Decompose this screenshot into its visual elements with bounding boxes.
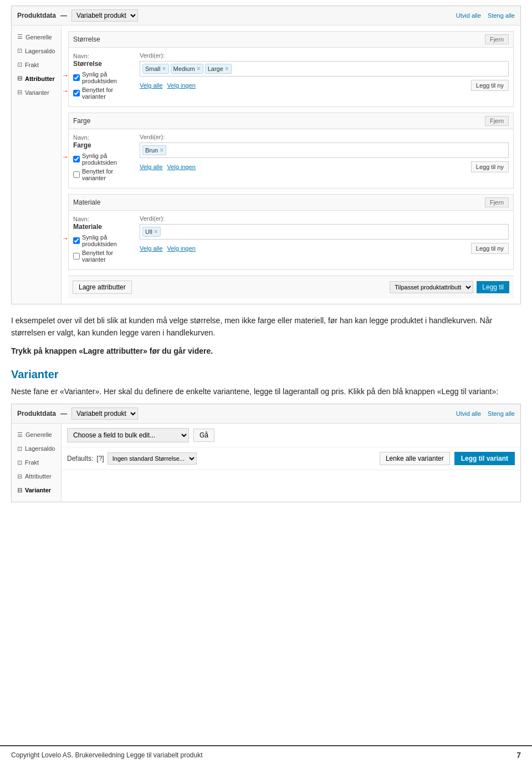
attr-section-materiale: Materiale Fjern Navn: Materiale → Synlig… — [68, 194, 514, 270]
remove-ull[interactable]: × — [154, 228, 158, 236]
bottom-frakt-icon: ⊡ — [17, 459, 22, 466]
attr-left-farge: Navn: Farge → Synlig på produktsiden — [73, 134, 134, 184]
tilpasset-select[interactable]: Tilpasset produktattributt — [390, 281, 473, 293]
attr-body-storrelse: Navn: Størrelse → Synlig på produktsiden… — [69, 48, 513, 106]
bottom-steng-alle-link[interactable]: Steng alle — [488, 410, 515, 417]
tag-area-farge[interactable]: Brun × — [140, 142, 509, 158]
benyttet-checkbox-materiale[interactable] — [73, 253, 80, 259]
arrow-benyttet-storrelse: → — [62, 87, 69, 95]
sidebar-item-lagersaldo[interactable]: ⊡ Lagersaldo — [12, 44, 61, 58]
top-panel-header: Produktdata — Variabelt produkt Utvid al… — [12, 6, 520, 26]
arrow-synlig-materiale: → — [62, 235, 69, 242]
legg-til-variant-btn[interactable]: Legg til variant — [454, 452, 515, 465]
bottom-lagersaldo-label: Lagersaldo — [25, 445, 55, 452]
attr-navn-storrelse: Størrelse — [73, 60, 134, 68]
top-sidebar: ☰ Generelle ⊡ Lagersaldo ⊡ Frakt ⊟ Attri… — [12, 26, 62, 304]
attr-header-materiale: Materiale Fjern — [69, 195, 513, 211]
attr-right-materiale: Verdi(er): Ull × Velg alle Velg ingen Le… — [140, 215, 509, 265]
bottom-lagersaldo-icon: ⊡ — [17, 445, 22, 452]
sidebar-item-frakt[interactable]: ⊡ Frakt — [12, 58, 61, 72]
synlig-row-farge: → Synlig på produktsiden — [73, 152, 134, 166]
benyttet-row-farge: Benyttet for varianter — [73, 168, 134, 181]
velg-ingen-btn-storrelse[interactable]: Velg ingen — [167, 82, 196, 89]
fjern-btn-storrelse[interactable]: Fjern — [485, 34, 509, 44]
velg-ingen-btn-farge[interactable]: Velg ingen — [167, 164, 196, 170]
remove-small[interactable]: × — [162, 65, 166, 73]
fjern-btn-farge[interactable]: Fjern — [485, 116, 509, 126]
ingen-standard-select[interactable]: Ingen standard Størrelse... — [108, 452, 197, 465]
bottom-utvid-alle-link[interactable]: Utvid alle — [456, 410, 481, 417]
frakt-icon: ⊡ — [17, 61, 22, 68]
bottom-sidebar-frakt[interactable]: ⊡ Frakt — [12, 456, 61, 470]
steng-alle-link[interactable]: Steng alle — [488, 12, 515, 19]
synlig-label-farge[interactable]: Synlig på produktsiden — [73, 152, 134, 166]
bottom-generelle-label: Generelle — [25, 431, 52, 438]
legg-til-ny-btn-storrelse[interactable]: Legg til ny — [471, 80, 509, 91]
synlig-label-materiale[interactable]: Synlig på produktsiden — [73, 234, 134, 247]
attr-actions-left-farge: Velg alle Velg ingen — [140, 164, 196, 170]
navn-label-materiale: Navn: — [73, 216, 89, 222]
attr-header-farge: Farge Fjern — [69, 113, 513, 129]
attributter-icon: ⊟ — [17, 75, 22, 82]
verdi-label-farge: Verdi(er): — [140, 134, 509, 140]
velg-alle-btn-farge[interactable]: Velg alle — [140, 164, 163, 170]
attr-bottom-bar: Lagre attributter Tilpasset produktattri… — [68, 276, 514, 298]
top-produktdata-panel: Produktdata — Variabelt produkt Utvid al… — [11, 6, 521, 304]
produktdata-label: Produktdata — [17, 12, 56, 19]
velg-ingen-btn-materiale[interactable]: Velg ingen — [167, 245, 196, 252]
lenke-alle-btn[interactable]: Lenke alle varianter — [380, 452, 450, 465]
benyttet-label-farge[interactable]: Benyttet for varianter — [73, 168, 134, 181]
legg-til-ny-btn-materiale[interactable]: Legg til ny — [471, 243, 509, 254]
synlig-checkbox-farge[interactable] — [73, 156, 80, 162]
benyttet-label-storrelse[interactable]: Benyttet for varianter — [73, 86, 134, 100]
remove-medium[interactable]: × — [197, 65, 201, 73]
bottom-panel-body: ☰ Generelle ⊡ Lagersaldo ⊡ Frakt ⊟ Attri… — [12, 424, 520, 502]
bottom-sidebar-lagersaldo[interactable]: ⊡ Lagersaldo — [12, 442, 61, 456]
benyttet-label-materiale[interactable]: Benyttet for varianter — [73, 249, 134, 263]
attr-navn-materiale: Materiale — [73, 223, 134, 231]
attr-navn-farge: Farge — [73, 141, 134, 149]
benyttet-checkbox-storrelse[interactable] — [73, 90, 80, 96]
bottom-sidebar-generelle[interactable]: ☰ Generelle — [12, 428, 61, 442]
fjern-btn-materiale[interactable]: Fjern — [485, 197, 509, 207]
remove-large[interactable]: × — [225, 65, 229, 73]
sidebar-item-varianter[interactable]: ⊟ Varianter — [12, 85, 61, 99]
attr-right-farge: Verdi(er): Brun × Velg alle Velg ingen L… — [140, 134, 509, 184]
sidebar-item-generelle[interactable]: ☰ Generelle — [12, 30, 61, 44]
benyttet-checkbox-farge[interactable] — [73, 171, 80, 178]
utvid-alle-link[interactable]: Utvid alle — [456, 12, 481, 19]
velg-alle-btn-materiale[interactable]: Velg alle — [140, 245, 163, 252]
navn-label-farge: Navn: — [73, 134, 89, 141]
footer-copyright: Copyright Lovelo AS. Brukerveiledning Le… — [11, 751, 203, 759]
bottom-varianter-label: Varianter — [25, 487, 51, 493]
synlig-label-storrelse[interactable]: Synlig på produktsiden — [73, 71, 134, 84]
variants-empty-area — [62, 470, 520, 492]
tag-area-materiale[interactable]: Ull × — [140, 224, 509, 240]
bulk-edit-row: Choose a field to bulk edit... Gå — [62, 424, 520, 447]
lagersaldo-icon: ⊡ — [17, 47, 22, 54]
remove-brun[interactable]: × — [160, 146, 163, 154]
bottom-header-separator: — — [60, 410, 67, 417]
velg-alle-btn-storrelse[interactable]: Velg alle — [140, 82, 163, 89]
attr-section-storrelse: Størrelse Fjern Navn: Størrelse → Synlig… — [68, 31, 514, 107]
bottom-panel-header-left: Produktdata — Variabelt produkt — [17, 408, 138, 420]
legg-til-ny-btn-farge[interactable]: Legg til ny — [471, 161, 509, 172]
bottom-product-type-select[interactable]: Variabelt produkt — [71, 408, 138, 420]
synlig-checkbox-storrelse[interactable] — [73, 74, 80, 81]
bottom-sidebar-varianter[interactable]: ⊟ Varianter — [12, 483, 61, 497]
top-panel-header-left: Produktdata — Variabelt produkt — [17, 9, 138, 22]
lagre-attr-btn[interactable]: Lagre attributter — [73, 281, 132, 294]
tag-area-storrelse[interactable]: Small × Medium × Large × — [140, 61, 509, 77]
attr-bottom-right: Tilpasset produktattributt Legg til — [390, 281, 509, 293]
synlig-row-materiale: → Synlig på produktsiden — [73, 234, 134, 247]
legg-til-btn[interactable]: Legg til — [477, 281, 509, 293]
sidebar-item-attributter[interactable]: ⊟ Attributter — [12, 72, 61, 85]
bottom-sidebar-attributter[interactable]: ⊟ Attributter — [12, 470, 61, 483]
text-block-2: Trykk på knappen «Lagre attributter» før… — [11, 345, 521, 357]
ga-btn[interactable]: Gå — [193, 429, 214, 442]
bottom-sidebar: ☰ Generelle ⊡ Lagersaldo ⊡ Frakt ⊟ Attri… — [12, 424, 62, 502]
sidebar-frakt-label: Frakt — [25, 62, 39, 68]
synlig-checkbox-materiale[interactable] — [73, 237, 80, 244]
product-type-select[interactable]: Variabelt produkt — [71, 9, 138, 22]
bulk-edit-select[interactable]: Choose a field to bulk edit... — [67, 428, 189, 442]
